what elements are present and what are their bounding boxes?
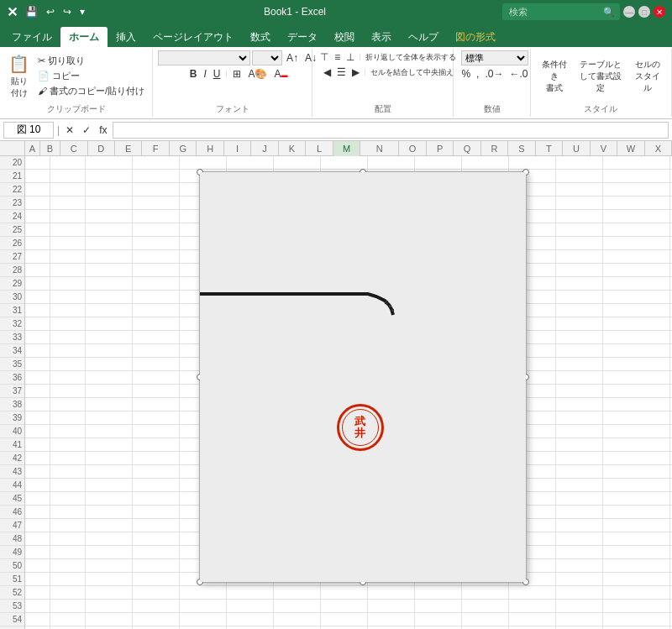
col-header-h[interactable]: H [197, 141, 223, 156]
cell-C49[interactable] [86, 546, 133, 559]
font-size-select[interactable] [252, 50, 282, 66]
cell-B24[interactable] [50, 210, 86, 223]
cell-F52[interactable] [227, 586, 274, 600]
cell-M47[interactable] [556, 519, 603, 532]
row-number-37[interactable]: 37 [0, 385, 24, 398]
cell-N34[interactable] [603, 344, 670, 358]
cell-D28[interactable] [133, 264, 180, 277]
cell-N27[interactable] [603, 250, 670, 264]
cell-C21[interactable] [86, 170, 133, 183]
cell-A28[interactable] [25, 264, 50, 277]
cell-A44[interactable] [25, 479, 50, 492]
insert-function-button[interactable]: fx [97, 123, 109, 137]
cell-C53[interactable] [86, 600, 133, 613]
cell-D38[interactable] [133, 398, 180, 411]
cell-B20[interactable] [50, 156, 86, 170]
tab-picture-format[interactable]: 図の形式 [447, 27, 504, 47]
cell-N26[interactable] [603, 237, 670, 250]
cell-C51[interactable] [86, 573, 133, 586]
cell-J52[interactable] [415, 586, 462, 600]
cell-F54[interactable] [227, 613, 274, 626]
cell-M21[interactable] [556, 170, 603, 183]
cell-C25[interactable] [86, 223, 133, 237]
percent-button[interactable]: % [459, 67, 473, 81]
tab-insert[interactable]: 挿入 [108, 27, 144, 47]
cell-A49[interactable] [25, 546, 50, 559]
cell-A36[interactable] [25, 371, 50, 385]
cell-N41[interactable] [603, 438, 670, 452]
copy-button[interactable]: 📄 コピー [35, 69, 147, 83]
cell-C38[interactable] [86, 398, 133, 411]
cell-D43[interactable] [133, 465, 180, 479]
cell-A32[interactable] [25, 317, 50, 331]
row-number-53[interactable]: 53 [0, 600, 24, 613]
cell-G54[interactable] [274, 613, 321, 626]
row-number-22[interactable]: 22 [0, 183, 24, 197]
cell-C42[interactable] [86, 452, 133, 465]
row-number-21[interactable]: 21 [0, 170, 24, 183]
cell-N40[interactable] [603, 425, 670, 438]
cell-D40[interactable] [133, 425, 180, 438]
cell-A24[interactable] [25, 210, 50, 223]
cell-M36[interactable] [556, 371, 603, 385]
cell-C41[interactable] [86, 438, 133, 452]
cell-C35[interactable] [86, 358, 133, 371]
quick-access-more[interactable]: ▾ [77, 4, 87, 19]
cell-N47[interactable] [603, 519, 670, 532]
row-number-46[interactable]: 46 [0, 506, 24, 519]
cell-B47[interactable] [50, 519, 86, 532]
cell-A22[interactable] [25, 183, 50, 197]
row-number-47[interactable]: 47 [0, 519, 24, 532]
cell-M25[interactable] [556, 223, 603, 237]
cell-C22[interactable] [86, 183, 133, 197]
cell-M22[interactable] [556, 183, 603, 197]
cell-D35[interactable] [133, 358, 180, 371]
align-right-button[interactable]: ▶ [349, 66, 362, 79]
cell-H53[interactable] [321, 600, 368, 613]
cell-B38[interactable] [50, 398, 86, 411]
cell-B52[interactable] [50, 586, 86, 600]
italic-button[interactable]: I [201, 67, 208, 81]
cell-L54[interactable] [509, 613, 556, 626]
cell-M54[interactable] [556, 613, 603, 626]
row-number-34[interactable]: 34 [0, 344, 24, 358]
cell-I53[interactable] [368, 600, 415, 613]
cell-M53[interactable] [556, 600, 603, 613]
cell-D24[interactable] [133, 210, 180, 223]
cell-E20[interactable] [180, 156, 227, 170]
row-number-31[interactable]: 31 [0, 304, 24, 317]
cell-B40[interactable] [50, 425, 86, 438]
cell-M40[interactable] [556, 425, 603, 438]
cell-D44[interactable] [133, 479, 180, 492]
cell-M48[interactable] [556, 532, 603, 546]
row-number-35[interactable]: 35 [0, 358, 24, 371]
cell-N45[interactable] [603, 492, 670, 506]
align-bottom-button[interactable]: ⊥ [344, 50, 357, 64]
formula-input[interactable] [113, 122, 669, 139]
cell-K54[interactable] [462, 613, 509, 626]
col-header-p[interactable]: P [427, 141, 454, 156]
col-header-q[interactable]: Q [454, 141, 480, 156]
cell-A34[interactable] [25, 344, 50, 358]
cell-M41[interactable] [556, 438, 603, 452]
cell-D22[interactable] [133, 183, 180, 197]
cell-C28[interactable] [86, 264, 133, 277]
align-left-button[interactable]: ◀ [321, 66, 333, 79]
cell-D47[interactable] [133, 519, 180, 532]
border-button[interactable]: ⊞ [230, 67, 244, 81]
cell-B42[interactable] [50, 452, 86, 465]
cancel-formula-button[interactable]: ✕ [63, 123, 76, 137]
cell-M49[interactable] [556, 546, 603, 559]
cell-D31[interactable] [133, 304, 180, 317]
cell-B34[interactable] [50, 344, 86, 358]
tab-page-layout[interactable]: ページレイアウト [144, 27, 242, 47]
cell-B30[interactable] [50, 291, 86, 304]
col-header-f[interactable]: F [142, 141, 169, 156]
font-size-increase[interactable]: A↑ [284, 51, 301, 65]
cell-M26[interactable] [556, 237, 603, 250]
fill-color-button[interactable]: A🎨 [245, 67, 270, 81]
col-header-g[interactable]: G [170, 141, 197, 156]
col-header-c[interactable]: C [60, 141, 87, 156]
cell-D36[interactable] [133, 371, 180, 385]
cell-A30[interactable] [25, 291, 50, 304]
